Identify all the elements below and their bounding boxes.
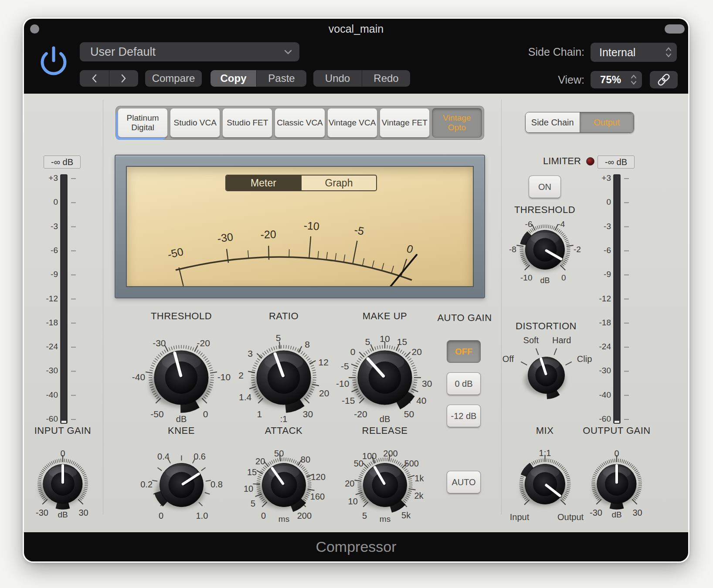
tab-studio-vca[interactable]: Studio VCA (170, 108, 220, 138)
svg-text:dB: dB (380, 414, 390, 424)
svg-text:10: 10 (380, 334, 390, 344)
preset-value: User Default (90, 45, 156, 59)
svg-text:-40: -40 (599, 390, 611, 399)
svg-text:0: 0 (261, 510, 266, 520)
svg-text:0: 0 (159, 510, 163, 520)
svg-text:Input: Input (509, 512, 529, 522)
knob-distortion[interactable]: SoftHardOffClip (493, 322, 600, 429)
knob-title-makeup: MAKE UP (363, 311, 407, 322)
svg-text:200: 200 (383, 448, 397, 458)
svg-text:-4: -4 (557, 219, 565, 228)
svg-text:1.4: 1.4 (239, 392, 252, 402)
control-panel: Platinum DigitalStudio VCAStudio FETClas… (24, 94, 688, 535)
toggle-side-chain[interactable]: Side Chain (526, 112, 580, 132)
auto-gain--12-db[interactable]: -12 dB (447, 405, 481, 427)
limiter-led (586, 157, 594, 166)
tab-vintage-vca[interactable]: Vintage VCA (327, 108, 377, 138)
input-level-readout: -∞ dB (44, 155, 81, 169)
svg-text:-30: -30 (217, 230, 234, 244)
svg-text:10: 10 (348, 497, 357, 506)
limiter-on-button[interactable]: ON (529, 176, 561, 198)
knob-input-gain[interactable]: 0-3030dB (23, 436, 111, 532)
vu-meter-face: -50-30-20-10-50 MeterGraph (126, 166, 474, 287)
knob-title-threshold: THRESHOLD (151, 311, 212, 322)
svg-text:-20: -20 (197, 338, 210, 348)
svg-text:30: 30 (422, 378, 432, 389)
vu-tab-meter[interactable]: Meter (226, 176, 301, 190)
undo-button[interactable]: Undo (313, 70, 362, 87)
toggle-output[interactable]: Output (580, 112, 634, 132)
vu-meter-panel: -50-30-20-10-50 MeterGraph (115, 155, 485, 298)
side-chain-select[interactable]: Internal (591, 43, 677, 62)
svg-text:-40: -40 (132, 372, 145, 382)
svg-text:Hard: Hard (552, 335, 570, 345)
svg-text:0: 0 (53, 197, 58, 206)
knob-attack[interactable]: 502080151201016050200ms (234, 435, 334, 535)
svg-text:200: 200 (297, 510, 311, 520)
tab-studio-fet[interactable]: Studio FET (222, 108, 272, 138)
svg-text:30: 30 (78, 508, 88, 517)
circuit-type-tabs: Platinum DigitalStudio VCAStudio FETClas… (115, 106, 484, 140)
svg-text:-12: -12 (599, 294, 611, 303)
auto-gain-label: AUTO GAIN (437, 312, 492, 324)
stepper-icon (631, 74, 637, 85)
svg-text:-50: -50 (150, 409, 163, 419)
view-zoom-stepper[interactable]: 75% (591, 71, 642, 88)
side-chain-label: Side Chain: (460, 46, 584, 58)
knob-limiter-threshold[interactable]: -6-4-8-2-100dB (499, 203, 591, 296)
compare-button[interactable]: Compare (145, 70, 202, 87)
copy-button[interactable]: Copy (211, 70, 256, 87)
svg-text:dB: dB (540, 276, 550, 285)
auto-gain-0-db[interactable]: 0 dB (447, 372, 481, 395)
tab-classic-vca[interactable]: Classic VCA (275, 108, 325, 138)
svg-text:5: 5 (276, 333, 281, 343)
svg-text:0: 0 (405, 242, 415, 256)
svg-text:ms: ms (278, 514, 289, 524)
auto-gain-off[interactable]: OFF (447, 340, 481, 363)
power-icon (42, 48, 65, 74)
tab-vintage-opto[interactable]: Vintage Opto (432, 108, 482, 138)
link-button[interactable] (650, 71, 678, 88)
knob-ratio[interactable]: 583122201.4301:1 (227, 321, 340, 434)
knob-threshold[interactable]: -30-20-40-10-500dB (125, 321, 238, 434)
vu-tab-graph[interactable]: Graph (301, 176, 376, 190)
svg-text:0: 0 (60, 449, 65, 458)
svg-text:20: 20 (345, 479, 354, 488)
limiter-label: LIMITER (543, 155, 581, 167)
knob-title-input-gain: INPUT GAIN (34, 425, 92, 436)
svg-text:0: 0 (561, 273, 566, 282)
svg-text:dB: dB (58, 510, 68, 519)
svg-text:-20: -20 (260, 228, 276, 240)
svg-text:-6: -6 (51, 246, 58, 255)
svg-text:-30: -30 (153, 338, 166, 348)
preset-back-button[interactable] (80, 70, 109, 87)
knob-knee[interactable]: 0.40.60.20.801.0 (132, 435, 231, 535)
knob-makeup[interactable]: -20-15-10-505101520304050dB (328, 321, 441, 434)
svg-text:-5: -5 (341, 361, 349, 371)
svg-text:100: 100 (362, 451, 377, 461)
preset-dropdown[interactable]: User Default (80, 42, 299, 61)
knob-release[interactable]: 10020050500201k102k55kms (335, 435, 435, 535)
svg-text:8: 8 (305, 339, 310, 349)
view-label: View: (460, 74, 584, 86)
power-button[interactable] (35, 43, 72, 80)
svg-text:20: 20 (319, 388, 329, 398)
preset-forward-button[interactable] (109, 70, 139, 87)
svg-text:-18: -18 (599, 318, 611, 327)
tab-platinum-digital[interactable]: Platinum Digital (118, 108, 168, 138)
knob-title-ratio: RATIO (269, 311, 299, 322)
svg-text:5: 5 (251, 499, 255, 508)
svg-text:-8: -8 (509, 244, 516, 253)
footer-bar: Compressor (24, 532, 688, 561)
tab-vintage-fet[interactable]: Vintage FET (380, 108, 430, 138)
auto-release-button[interactable]: AUTO (447, 471, 481, 493)
redo-button[interactable]: Redo (362, 70, 410, 87)
svg-text:0: 0 (350, 347, 356, 357)
svg-text:-24: -24 (46, 342, 58, 351)
svg-text:-15: -15 (342, 395, 355, 406)
paste-button[interactable]: Paste (256, 70, 306, 87)
knob-output-gain[interactable]: 0-3030dB (568, 436, 665, 532)
preset-nav-group (80, 70, 138, 87)
svg-text:15: 15 (397, 337, 407, 347)
svg-text:2k: 2k (414, 491, 424, 500)
